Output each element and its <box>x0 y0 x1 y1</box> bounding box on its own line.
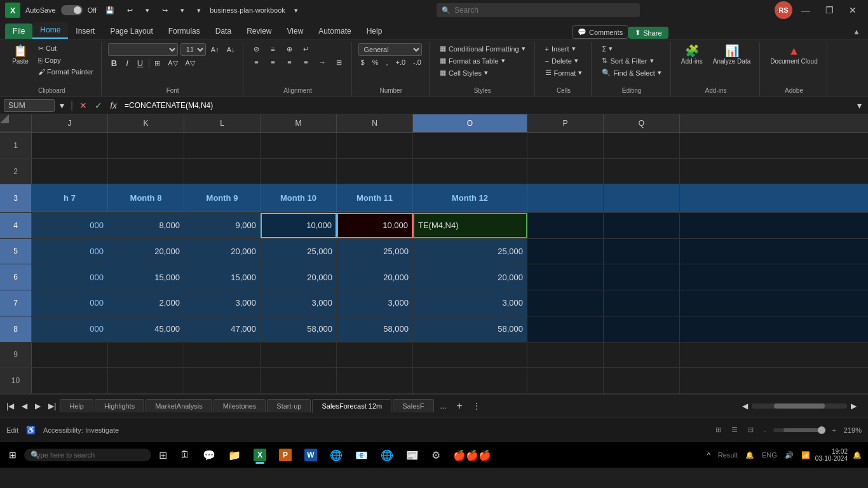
cell-j9[interactable] <box>32 342 108 368</box>
formula-input[interactable] <box>122 100 852 111</box>
cell-p4[interactable] <box>527 213 604 238</box>
sheet-tab-help[interactable]: Help <box>60 399 93 412</box>
zoom-slider-track[interactable] <box>773 428 824 432</box>
align-left[interactable]: ≡ <box>250 57 264 68</box>
decrease-decimal[interactable]: -.0 <box>410 57 424 67</box>
avatar[interactable]: RS <box>775 1 792 19</box>
result-label[interactable]: Result <box>715 450 740 460</box>
delete-cells-button[interactable]: − Delete ▾ <box>541 55 587 66</box>
zoom-in-button[interactable]: + <box>829 425 838 435</box>
cell-j3[interactable]: h 7 <box>32 184 108 212</box>
insert-function-button[interactable]: fx <box>107 100 119 111</box>
cell-p7[interactable] <box>527 290 604 316</box>
conditional-formatting-button[interactable]: ▦ Conditional Formatting ▾ <box>436 43 529 54</box>
close-button[interactable]: ✕ <box>843 3 863 18</box>
cell-k2[interactable] <box>108 159 184 184</box>
sheet-nav-right[interactable]: ▶ <box>31 399 44 413</box>
cell-o2[interactable] <box>413 159 527 184</box>
save-button[interactable]: 💾 <box>102 4 118 17</box>
align-right[interactable]: ≡ <box>283 57 297 68</box>
cell-m3[interactable]: Month 10 <box>261 184 337 212</box>
scroll-left-button[interactable]: ◀ <box>738 399 752 413</box>
notification-center-button[interactable]: 🔔 <box>850 450 864 461</box>
expand-formula-button[interactable]: ▾ <box>57 100 67 111</box>
cell-j2[interactable] <box>32 159 108 184</box>
format-cells-button[interactable]: ☰ Format ▾ <box>541 67 587 78</box>
cell-reference-input[interactable] <box>4 99 55 112</box>
cut-button[interactable]: ✂ Cut <box>36 43 96 54</box>
col-header-o[interactable]: O <box>413 114 527 132</box>
cell-k7[interactable]: 2,000 <box>108 290 184 316</box>
cell-l1[interactable] <box>184 133 261 158</box>
cell-p6[interactable] <box>527 264 604 290</box>
decrease-font-button[interactable]: A↓ <box>224 44 238 55</box>
cell-l6[interactable]: 15,000 <box>184 264 261 290</box>
align-right3[interactable]: → <box>316 57 330 68</box>
search-input[interactable] <box>437 3 640 17</box>
sheet-tab-salesforecast12m[interactable]: SalesForecast 12m <box>312 399 391 413</box>
file-explorer-button[interactable]: 📁 <box>223 447 246 464</box>
percent-format[interactable]: % <box>370 57 381 67</box>
cell-l5[interactable]: 20,000 <box>184 239 261 264</box>
col-header-l[interactable]: L <box>184 114 261 132</box>
comma-format[interactable]: , <box>383 57 390 67</box>
cell-n1[interactable] <box>337 133 413 158</box>
zoom-out-button[interactable]: - <box>761 425 769 435</box>
cell-q8[interactable] <box>604 316 680 342</box>
cell-q9[interactable] <box>604 342 680 368</box>
fill-color-button[interactable]: A▽ <box>165 58 180 69</box>
powerpoint-button[interactable]: P <box>274 446 297 464</box>
settings-button[interactable]: ⚙ <box>426 447 445 464</box>
cell-q6[interactable] <box>604 264 680 290</box>
cell-j4[interactable]: 000 <box>32 213 108 238</box>
col-header-q[interactable]: Q <box>604 114 680 132</box>
cell-j5[interactable]: 000 <box>32 239 108 264</box>
tab-file[interactable]: File <box>5 24 32 39</box>
cell-n4[interactable]: 10,000 <box>337 213 413 238</box>
cell-n3[interactable]: Month 11 <box>337 184 413 212</box>
volume-button[interactable]: 🔊 <box>782 450 796 461</box>
tab-insert[interactable]: Insert <box>68 24 102 39</box>
corner-cell[interactable] <box>0 114 32 132</box>
cell-o1[interactable] <box>413 133 527 158</box>
col-header-k[interactable]: K <box>108 114 184 132</box>
excel-taskbar-button[interactable]: X <box>248 446 271 464</box>
cell-p9[interactable] <box>527 342 604 368</box>
increase-font-button[interactable]: A↑ <box>208 44 222 55</box>
cell-j10[interactable] <box>32 368 108 393</box>
chat-button[interactable]: 💬 <box>198 447 220 464</box>
cell-l9[interactable] <box>184 342 261 368</box>
sheet-tab-marketanalysis[interactable]: MarketAnalysis <box>146 399 212 412</box>
cell-n6[interactable]: 20,000 <box>337 264 413 290</box>
tab-automate[interactable]: Automate <box>311 24 358 39</box>
col-header-p[interactable]: P <box>527 114 604 132</box>
align-right2[interactable]: ≡ <box>299 57 313 68</box>
row-num-2[interactable]: 2 <box>0 159 32 184</box>
sheet-tab-startup[interactable]: Start-up <box>267 399 311 412</box>
tab-formulas[interactable]: Formulas <box>161 24 208 39</box>
add-sheet-button[interactable]: + <box>452 398 468 414</box>
confirm-formula-button[interactable]: ✓ <box>92 100 105 111</box>
cell-l7[interactable]: 3,000 <box>184 290 261 316</box>
ribbon-collapse-button[interactable]: ▲ <box>850 25 863 39</box>
cell-o6[interactable]: 20,000 <box>413 264 527 290</box>
col-header-m[interactable]: M <box>261 114 337 132</box>
tab-home[interactable]: Home <box>32 22 68 39</box>
expand-formula-bar-button[interactable]: ▾ <box>855 100 864 111</box>
row-num-6[interactable]: 6 <box>0 264 32 290</box>
cell-j1[interactable] <box>32 133 108 158</box>
format-painter-button[interactable]: 🖌 Format Painter <box>36 67 96 77</box>
cell-q2[interactable] <box>604 159 680 184</box>
border-button[interactable]: ⊞ <box>152 58 163 69</box>
share-button[interactable]: ⬆ Share <box>628 27 668 39</box>
row-num-9[interactable]: 9 <box>0 342 32 368</box>
cell-k4[interactable]: 8,000 <box>108 213 184 238</box>
cell-o9[interactable] <box>413 342 527 368</box>
cell-p10[interactable] <box>527 368 604 393</box>
cell-j7[interactable]: 000 <box>32 290 108 316</box>
noxplayer-button[interactable]: 🍎🍎🍎 <box>448 447 496 464</box>
cell-l8[interactable]: 47,000 <box>184 316 261 342</box>
language-button[interactable]: ENG <box>759 450 780 460</box>
row-num-5[interactable]: 5 <box>0 239 32 264</box>
align-top-center[interactable]: ≡ <box>266 43 280 55</box>
